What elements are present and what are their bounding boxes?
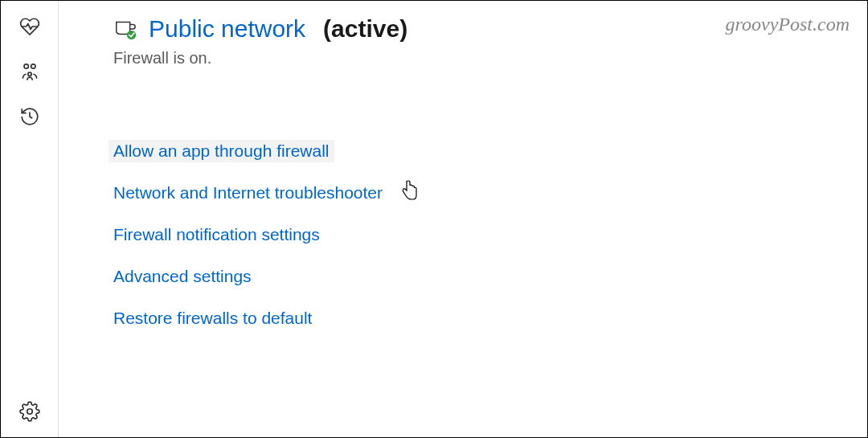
active-status-label: (active) xyxy=(323,15,407,43)
svg-point-3 xyxy=(27,409,32,415)
advanced-settings-link[interactable]: Advanced settings xyxy=(108,265,256,288)
protection-history-icon[interactable] xyxy=(18,105,41,128)
svg-point-4 xyxy=(127,31,136,39)
family-options-icon[interactable] xyxy=(18,60,41,83)
links-section: Allow an app through firewall Network an… xyxy=(113,140,835,330)
svg-point-0 xyxy=(23,64,27,68)
allow-app-link[interactable]: Allow an app through firewall xyxy=(108,140,334,162)
settings-icon[interactable] xyxy=(18,400,41,423)
firewall-notification-settings-link[interactable]: Firewall notification settings xyxy=(108,223,325,246)
restore-firewalls-link[interactable]: Restore firewalls to default xyxy=(108,307,317,330)
svg-point-2 xyxy=(27,72,31,76)
svg-point-1 xyxy=(31,64,35,68)
main-content: Public network (active) Firewall is on. … xyxy=(59,1,867,437)
network-troubleshooter-link[interactable]: Network and Internet troubleshooter xyxy=(108,182,387,204)
page-title-link[interactable]: Public network xyxy=(149,15,305,43)
firewall-status-text: Firewall is on. xyxy=(113,49,835,68)
sidebar xyxy=(1,1,59,437)
watermark-text: groovyPost.com xyxy=(726,14,850,35)
device-performance-icon[interactable] xyxy=(18,15,41,38)
public-network-icon xyxy=(113,17,137,41)
